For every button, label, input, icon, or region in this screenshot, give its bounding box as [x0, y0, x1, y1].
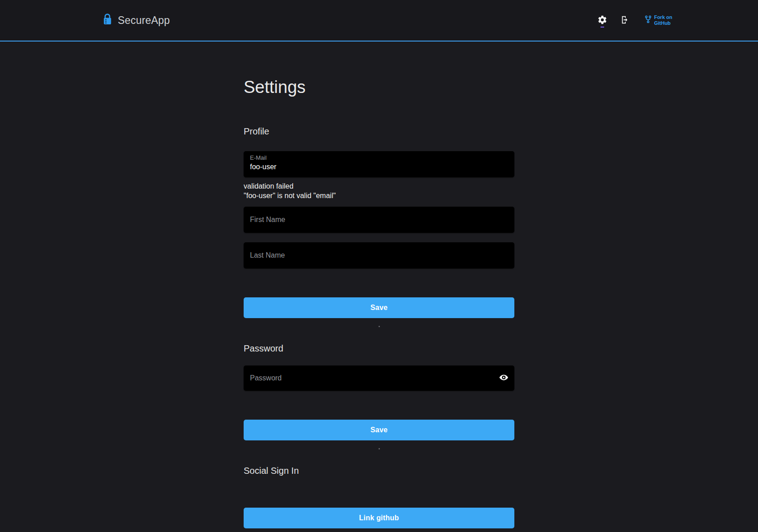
- git-fork-icon: [645, 15, 652, 25]
- lock-icon: [103, 14, 112, 27]
- password-save-button[interactable]: Save: [244, 420, 514, 440]
- gear-icon: [597, 15, 607, 26]
- profile-save-button[interactable]: Save: [244, 297, 514, 318]
- social-sign-in-heading: Social Sign In: [244, 466, 514, 476]
- panel-indicator-dot: [379, 448, 380, 449]
- first-name-field: [244, 207, 514, 233]
- settings-page: Settings Profile E-Mail validation faile…: [244, 79, 514, 528]
- page-title: Settings: [244, 79, 514, 97]
- link-github-button[interactable]: Link github: [244, 508, 514, 528]
- settings-button[interactable]: [594, 12, 610, 28]
- panel-indicator-dot: [379, 326, 380, 327]
- validation-line-1: validation failed: [244, 181, 514, 191]
- password-input[interactable]: [244, 365, 514, 391]
- email-field[interactable]: E-Mail: [244, 151, 514, 177]
- validation-line-2: "foo-user" is not valid "email": [244, 191, 514, 200]
- email-input[interactable]: [250, 162, 508, 171]
- logout-icon: [620, 15, 630, 26]
- logout-button[interactable]: [617, 12, 633, 28]
- active-tab-indicator: [601, 27, 604, 28]
- app-header: SecureApp: [0, 0, 758, 42]
- brand: SecureApp: [103, 14, 170, 27]
- fork-on-github-link[interactable]: Fork on GitHub: [645, 14, 672, 26]
- app-title: SecureApp: [118, 14, 170, 27]
- password-section-heading: Password: [244, 343, 514, 354]
- toggle-password-visibility-button[interactable]: [496, 371, 511, 385]
- password-field: [244, 365, 514, 391]
- eye-icon: [499, 373, 508, 384]
- last-name-input[interactable]: [244, 242, 514, 268]
- email-field-label: E-Mail: [250, 154, 508, 162]
- first-name-input[interactable]: [244, 207, 514, 233]
- fork-link-label: Fork on GitHub: [654, 14, 672, 26]
- email-validation-message: validation failed "foo-user" is not vali…: [244, 181, 514, 200]
- last-name-field: [244, 242, 514, 268]
- profile-section-heading: Profile: [244, 126, 514, 137]
- header-actions: Fork on GitHub: [594, 12, 672, 28]
